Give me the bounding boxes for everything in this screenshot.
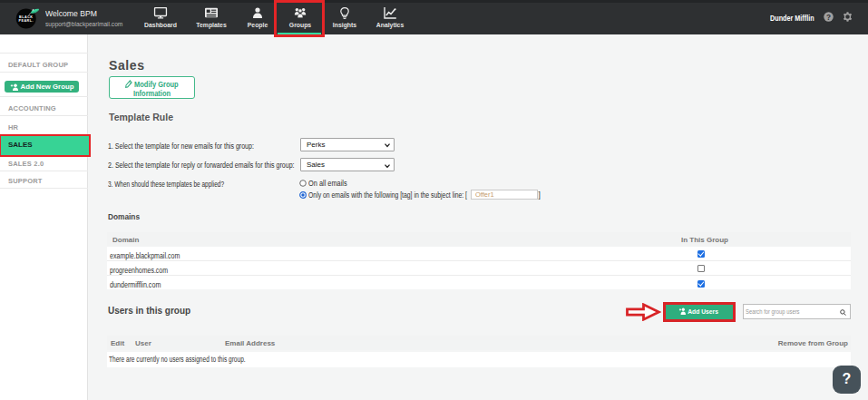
svg-text:PEARL.: PEARL. (18, 19, 34, 23)
svg-text:?: ? (826, 14, 831, 22)
